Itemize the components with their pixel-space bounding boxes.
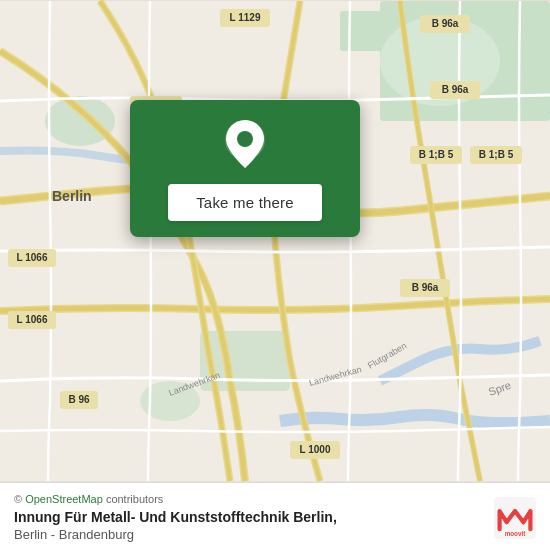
svg-text:B 1;B 5: B 1;B 5 — [419, 149, 454, 160]
moovit-logo: moovit — [494, 497, 536, 539]
map-container: B 96a L 1129 B 96a B 1;B 5 B 1;B 5 B 2;B… — [0, 0, 550, 482]
svg-text:L 1000: L 1000 — [300, 444, 331, 455]
svg-text:B 96: B 96 — [68, 394, 90, 405]
svg-text:B 1;B 5: B 1;B 5 — [479, 149, 514, 160]
location-card: Take me there — [130, 100, 360, 237]
location-pin-icon — [223, 118, 267, 170]
location-name: Innung Für Metall- Und Kunststofftechnik… — [14, 508, 337, 526]
location-sub: Berlin - Brandenburg — [14, 527, 337, 542]
svg-text:B 96a: B 96a — [432, 18, 459, 29]
svg-text:moovit: moovit — [505, 530, 527, 537]
osm-credit: © OpenStreetMap contributors — [14, 493, 337, 505]
app: B 96a L 1129 B 96a B 1;B 5 B 1;B 5 B 2;B… — [0, 0, 550, 550]
svg-text:L 1129: L 1129 — [230, 12, 261, 23]
svg-text:B 96a: B 96a — [442, 84, 469, 95]
svg-text:L 1066: L 1066 — [17, 252, 48, 263]
map-svg: B 96a L 1129 B 96a B 1;B 5 B 1;B 5 B 2;B… — [0, 0, 550, 482]
moovit-logo-svg: moovit — [494, 497, 536, 539]
svg-text:Berlin: Berlin — [52, 188, 92, 204]
svg-point-38 — [237, 131, 253, 147]
bottom-bar: © OpenStreetMap contributors Innung Für … — [0, 482, 550, 550]
take-me-there-button[interactable]: Take me there — [168, 184, 322, 221]
svg-text:B 96a: B 96a — [412, 282, 439, 293]
bottom-left-info: © OpenStreetMap contributors Innung Für … — [14, 493, 337, 541]
svg-text:L 1066: L 1066 — [17, 314, 48, 325]
